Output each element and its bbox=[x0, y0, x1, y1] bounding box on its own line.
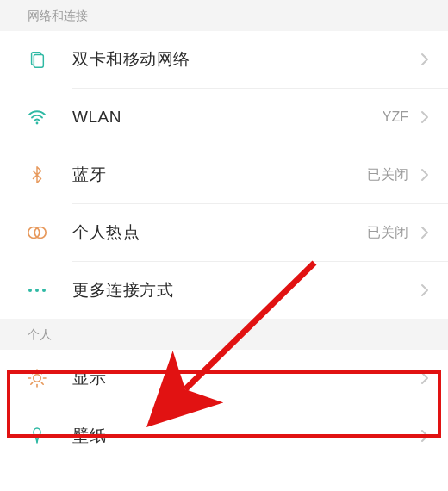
row-label: 显示 bbox=[72, 367, 419, 389]
chevron-right-icon bbox=[419, 169, 431, 181]
section-header-personal: 个人 bbox=[0, 319, 448, 350]
more-icon bbox=[24, 277, 50, 303]
row-label: 蓝牙 bbox=[72, 164, 367, 186]
hotspot-icon bbox=[24, 220, 50, 246]
display-icon bbox=[24, 365, 50, 391]
row-display[interactable]: 显示 bbox=[0, 350, 448, 407]
row-wlan[interactable]: WLAN YZF bbox=[0, 89, 448, 146]
svg-line-12 bbox=[31, 382, 33, 384]
svg-line-13 bbox=[41, 372, 43, 374]
row-label: WLAN bbox=[72, 108, 383, 127]
svg-line-10 bbox=[31, 372, 33, 374]
svg-point-2 bbox=[36, 122, 39, 125]
row-label: 双卡和移动网络 bbox=[72, 48, 419, 71]
row-dual-sim[interactable]: 双卡和移动网络 bbox=[0, 31, 448, 88]
wifi-icon bbox=[24, 104, 50, 130]
row-hotspot[interactable]: 个人热点 已关闭 bbox=[0, 204, 448, 261]
row-value: 已关闭 bbox=[367, 224, 408, 242]
section-header-network: 网络和连接 bbox=[0, 0, 448, 31]
bluetooth-icon bbox=[24, 162, 50, 188]
svg-point-3 bbox=[28, 227, 40, 239]
row-bluetooth[interactable]: 蓝牙 已关闭 bbox=[0, 146, 448, 203]
svg-line-11 bbox=[41, 382, 43, 384]
row-label: 壁纸 bbox=[72, 425, 419, 447]
chevron-right-icon bbox=[419, 111, 431, 123]
row-wallpaper[interactable]: 壁纸 bbox=[0, 407, 448, 464]
chevron-right-icon bbox=[419, 284, 431, 296]
row-label: 个人热点 bbox=[72, 221, 367, 244]
wallpaper-icon bbox=[24, 423, 50, 449]
svg-rect-1 bbox=[34, 55, 43, 68]
svg-point-5 bbox=[34, 375, 40, 382]
chevron-right-icon bbox=[419, 227, 431, 239]
row-value: 已关闭 bbox=[367, 166, 408, 184]
chevron-right-icon bbox=[419, 430, 431, 442]
settings-screen: 网络和连接 双卡和移动网络 WLAN YZF bbox=[0, 0, 448, 491]
row-more-connections[interactable]: 更多连接方式 bbox=[0, 262, 448, 319]
row-value: YZF bbox=[383, 109, 408, 125]
sim-icon bbox=[24, 47, 50, 72]
row-label: 更多连接方式 bbox=[72, 279, 419, 301]
svg-point-4 bbox=[34, 227, 46, 239]
chevron-right-icon bbox=[419, 372, 431, 384]
chevron-right-icon bbox=[419, 53, 431, 65]
